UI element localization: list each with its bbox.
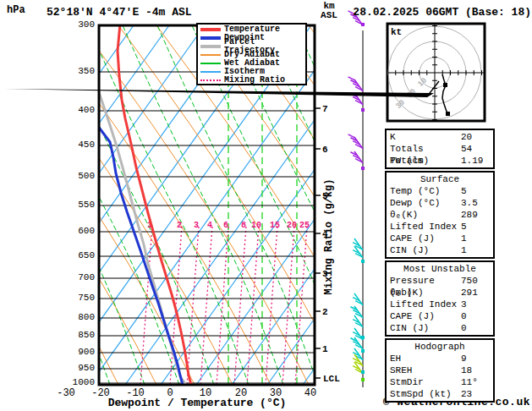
- row-label: Lifted Index: [390, 221, 461, 233]
- pressure-label: 950: [58, 363, 95, 373]
- table-row: Temp (°C)5: [390, 185, 493, 197]
- data-table-surface: SurfaceTemp (°C)5Dewp (°C)3.5θₑ(K)289Lif…: [385, 171, 495, 259]
- row-label: θₑ (K): [390, 287, 461, 299]
- pressure-label: 550: [58, 200, 95, 210]
- row-label: Pressure (mb): [390, 275, 461, 287]
- row-value: 289: [461, 209, 493, 221]
- legend-swatch-solid: [200, 36, 221, 40]
- svg-text:6: 6: [223, 221, 228, 230]
- pressure-label: 650: [58, 250, 95, 260]
- row-value: 18: [461, 364, 493, 376]
- asl-label: ASL: [314, 11, 344, 20]
- table-row: Pressure (mb)750: [390, 275, 493, 287]
- legend-label: Mixing Ratio: [224, 76, 285, 85]
- pressure-label: 400: [58, 105, 95, 115]
- skewt-sounding-page: 123468101520257654321LCLMixing Ratio (g/…: [0, 0, 532, 411]
- row-value: 5: [461, 221, 493, 233]
- legend-swatch-solid: [200, 28, 221, 31]
- svg-text:8: 8: [241, 221, 246, 230]
- pressure-label: 450: [58, 140, 95, 150]
- row-value: 1: [461, 233, 493, 244]
- legend-swatch-solid: [200, 45, 221, 48]
- svg-text:1: 1: [322, 344, 328, 354]
- legend-swatch-dotted: [200, 79, 221, 81]
- table-row: PW (cm)1.19: [390, 155, 493, 167]
- wind-barb-column: [348, 11, 365, 387]
- table-row: θₑ(K)289: [390, 209, 493, 221]
- pressure-label: 800: [58, 312, 95, 322]
- row-value: 1: [461, 244, 493, 256]
- data-table-most-unstable: Most UnstablePressure (mb)750θₑ (K)291Li…: [385, 260, 495, 337]
- svg-text:4: 4: [207, 221, 212, 230]
- table-row: CIN (J)0: [390, 322, 493, 334]
- svg-text:3: 3: [194, 221, 199, 230]
- svg-text:7: 7: [322, 104, 328, 114]
- pressure-label: 900: [58, 347, 95, 357]
- table-row: CAPE (J)1: [390, 233, 493, 244]
- row-value: 291: [461, 287, 493, 299]
- row-value: 3.5: [461, 197, 493, 209]
- table-row: SREH18: [390, 364, 493, 376]
- row-label: CIN (J): [390, 244, 461, 256]
- row-label: CIN (J): [390, 322, 461, 334]
- table-row: EH9: [390, 353, 493, 364]
- row-label: θₑ(K): [390, 209, 461, 221]
- row-value: 54: [461, 143, 493, 155]
- row-label: Dewp (°C): [390, 197, 461, 209]
- pressure-label: 700: [58, 272, 95, 282]
- pressure-label: 300: [58, 19, 95, 30]
- row-value: 750: [461, 275, 493, 287]
- table-row: CIN (J)1: [390, 244, 493, 256]
- row-label: Totals Totals: [390, 143, 461, 155]
- row-label: SREH: [390, 364, 461, 376]
- row-value: 3: [461, 299, 493, 310]
- table-title: Surface: [390, 173, 493, 185]
- row-label: Temp (°C): [390, 185, 461, 197]
- station-title: 52°18'N 4°47'E -4m ASL: [47, 6, 192, 19]
- legend: TemperatureDewpointParcel TrajectoryDry …: [196, 23, 307, 85]
- hodograph-unit-label: kt: [391, 27, 402, 37]
- temperature-tick-label: -30: [52, 387, 80, 399]
- row-label: K: [390, 131, 461, 143]
- table-row: CAPE (J)0: [390, 310, 493, 322]
- svg-text:6: 6: [322, 145, 328, 155]
- row-label: CAPE (J): [390, 310, 461, 322]
- data-table: K20Totals Totals54PW (cm)1.19: [385, 129, 495, 169]
- row-value: 9: [461, 353, 493, 364]
- row-value: 1.19: [461, 155, 493, 167]
- svg-text:25: 25: [299, 221, 310, 230]
- pressure-label: 750: [58, 293, 95, 303]
- svg-text:20: 20: [287, 221, 297, 230]
- table-row: K20: [390, 131, 493, 143]
- table-row: Lifted Index3: [390, 299, 493, 310]
- pressure-label: 850: [58, 330, 95, 340]
- svg-text:10: 10: [251, 221, 261, 230]
- svg-text:2: 2: [322, 307, 328, 317]
- table-row: Dewp (°C)3.5: [390, 197, 493, 209]
- row-value: 11°: [461, 376, 493, 388]
- altitude-unit-label: km ASL: [314, 2, 344, 20]
- row-value: 0: [461, 322, 493, 334]
- table-title: Hodograph: [390, 341, 493, 353]
- row-value: 20: [461, 131, 493, 143]
- table-row: Totals Totals54: [390, 143, 493, 155]
- table-title: Most Unstable: [390, 263, 493, 275]
- row-label: PW (cm): [390, 155, 461, 167]
- data-table-hodograph: HodographEH9SREH18StmDir11°StmSpd (kt)23: [385, 338, 495, 403]
- indices-tables: K20Totals Totals54PW (cm)1.19SurfaceTemp…: [385, 129, 495, 404]
- table-row: Lifted Index5: [390, 221, 493, 233]
- pressure-unit-label: hPa: [7, 4, 25, 16]
- svg-text:2: 2: [177, 221, 182, 230]
- x-axis-title: Dewpoint / Temperature (°C): [91, 397, 303, 409]
- legend-swatch-solid: [200, 54, 221, 56]
- pressure-label: 600: [58, 226, 95, 236]
- run-datetime: 28.02.2025 06GMT (Base: 18): [353, 6, 531, 19]
- legend-swatch-solid: [200, 71, 221, 73]
- row-label: StmSpd (kt): [390, 388, 461, 400]
- row-value: 0: [461, 310, 493, 322]
- lcl-label: LCL: [323, 374, 340, 384]
- svg-text:15: 15: [270, 221, 280, 230]
- row-label: CAPE (J): [390, 233, 461, 244]
- pressure-label: 1000: [58, 377, 95, 387]
- right-axis-title: Mixing Ratio (g/kg): [323, 179, 335, 295]
